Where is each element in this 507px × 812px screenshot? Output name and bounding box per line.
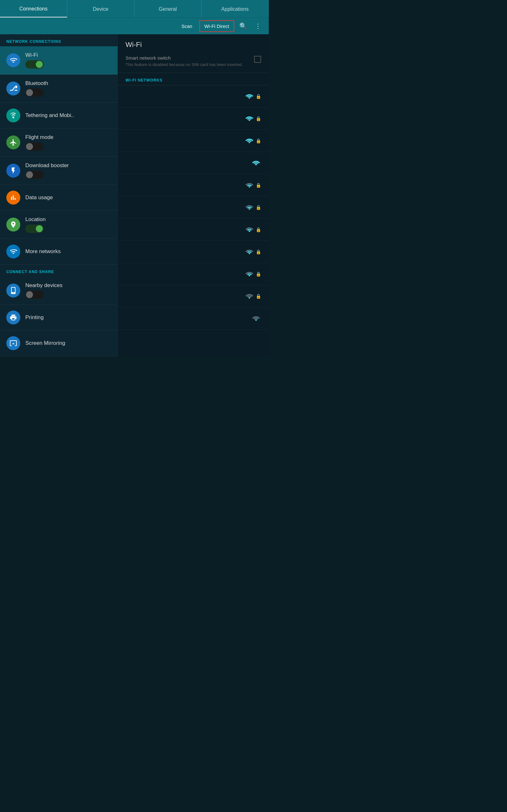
mirroring-icon [9, 339, 17, 347]
more-networks-icon-circle [6, 245, 20, 258]
location-toggle[interactable] [25, 224, 44, 233]
wifi-signal-icon-4 [251, 159, 261, 167]
more-options-button[interactable]: ⋮ [252, 20, 264, 32]
wifi-network-2[interactable]: 🔒 [118, 107, 269, 130]
location-label: Location [25, 216, 46, 223]
smart-switch-label: Smart network switch [125, 55, 249, 61]
bluetooth-toggle-knob [26, 89, 33, 96]
download-label: Download booster [25, 162, 69, 169]
wifi-signal-container-9: 🔒 [244, 270, 261, 278]
sidebar-item-printing[interactable]: Printing [0, 305, 118, 331]
wifi-signal-container-8: 🔒 [244, 248, 261, 256]
tethering-item-content: Tethering and Mobi.. [25, 112, 74, 119]
sidebar-item-wifi[interactable]: Wi-Fi [0, 46, 118, 74]
lock-icon-2: 🔒 [256, 116, 261, 121]
mirroring-item-content: Screen Mirroring [25, 340, 65, 346]
sidebar-item-more-networks[interactable]: More networks [0, 239, 118, 264]
wifi-signal-icon-2 [244, 114, 255, 123]
wifi-signal-container-5: 🔒 [244, 181, 261, 189]
nearby-toggle[interactable] [25, 291, 44, 299]
printing-icon-circle [6, 310, 20, 324]
wifi-network-11[interactable] [118, 307, 269, 329]
printing-item-content: Printing [25, 314, 44, 321]
lock-icon-5: 🔒 [256, 183, 261, 188]
wifi-direct-button[interactable]: Wi-Fi Direct [199, 20, 234, 32]
wifi-toggle[interactable] [25, 60, 44, 68]
download-icon [9, 167, 17, 174]
download-toggle[interactable] [25, 171, 44, 179]
nearby-label: Nearby devices [25, 282, 62, 289]
wifi-network-8[interactable]: 🔒 [118, 241, 269, 263]
sidebar: NETWORK CONNECTIONS Wi-Fi ⎇ Bluetooth [0, 34, 118, 356]
action-bar: Scan Wi-Fi Direct 🔍 ⋮ [0, 18, 269, 34]
bluetooth-item-content: Bluetooth [25, 80, 48, 97]
wifi-label: Wi-Fi [25, 52, 44, 58]
wifi-networks-header: WI-FI NETWORKS [118, 73, 269, 85]
tab-general[interactable]: General [134, 0, 202, 17]
wifi-network-9[interactable]: 🔒 [118, 263, 269, 285]
wifi-signal-icon-9 [244, 270, 255, 278]
nearby-icon-circle [6, 284, 20, 298]
nearby-toggle-knob [26, 291, 33, 298]
scan-button[interactable]: Scan [177, 21, 196, 32]
wifi-signal-icon-5 [244, 181, 255, 189]
tab-connections[interactable]: Connections [0, 0, 67, 17]
more-networks-item-content: More networks [25, 248, 60, 255]
download-item-content: Download booster [25, 162, 69, 179]
printing-label: Printing [25, 314, 44, 321]
sidebar-item-flight[interactable]: Flight mode [0, 129, 118, 157]
wifi-signal-container-7: 🔒 [244, 225, 261, 234]
wifi-signal-container-2: 🔒 [244, 114, 261, 123]
wifi-signal-container-10: 🔒 [244, 292, 261, 300]
data-item-content: Data usage [25, 194, 53, 201]
search-button[interactable]: 🔍 [237, 20, 250, 32]
wifi-toggle-knob [36, 61, 43, 68]
wifi-network-1[interactable]: 🔒 [118, 85, 269, 107]
mirroring-icon-circle [6, 336, 20, 350]
data-icon-circle [6, 191, 20, 205]
sidebar-item-download[interactable]: Download booster [0, 157, 118, 185]
wifi-signal-icon [244, 92, 255, 101]
sidebar-item-tethering[interactable]: Tethering and Mobi.. [0, 103, 118, 129]
wifi-icon [9, 56, 17, 64]
sidebar-item-location[interactable]: Location [0, 211, 118, 239]
network-connections-header: NETWORK CONNECTIONS [0, 34, 118, 46]
wifi-signal-container-4 [251, 159, 261, 167]
wifi-signal-container-6: 🔒 [244, 203, 261, 212]
wifi-panel-title: Wi-Fi [118, 34, 269, 51]
wifi-network-6[interactable]: 🔒 [118, 196, 269, 218]
wifi-network-7[interactable]: 🔒 [118, 218, 269, 241]
wifi-signal-icon-6 [244, 203, 255, 212]
flight-item-content: Flight mode [25, 134, 54, 151]
sidebar-item-nearby[interactable]: Nearby devices [0, 276, 118, 305]
tab-applications[interactable]: Applications [202, 0, 269, 17]
lock-icon-10: 🔒 [256, 294, 261, 299]
sidebar-item-mirroring[interactable]: Screen Mirroring [0, 331, 118, 356]
smart-switch-checkbox[interactable] [254, 56, 261, 63]
bluetooth-icon-circle: ⎇ [6, 82, 20, 96]
wifi-network-5[interactable]: 🔒 [118, 174, 269, 196]
tethering-label: Tethering and Mobi.. [25, 112, 74, 119]
lock-icon-3: 🔒 [256, 138, 261, 143]
download-icon-circle [6, 164, 20, 177]
smart-switch-text: Smart network switch This feature is dis… [125, 55, 249, 67]
smart-switch-desc: This feature is disabled because no SIM … [125, 62, 249, 67]
smart-switch-row: Smart network switch This feature is dis… [118, 51, 269, 73]
flight-toggle[interactable] [25, 142, 44, 151]
sidebar-item-data[interactable]: Data usage [0, 185, 118, 211]
tab-device[interactable]: Device [67, 0, 134, 17]
data-label: Data usage [25, 194, 53, 201]
wifi-panel: Wi-Fi Smart network switch This feature … [118, 34, 269, 356]
location-icon [9, 221, 17, 229]
flight-label: Flight mode [25, 134, 54, 141]
nearby-icon [9, 287, 17, 294]
wifi-signal-icon-7 [244, 225, 255, 234]
wifi-network-10[interactable]: 🔒 [118, 285, 269, 307]
lock-icon-8: 🔒 [256, 249, 261, 254]
sidebar-item-bluetooth[interactable]: ⎇ Bluetooth [0, 74, 118, 103]
wifi-network-3[interactable]: 🔒 [118, 130, 269, 152]
bluetooth-toggle[interactable] [25, 89, 44, 97]
bluetooth-icon: ⎇ [9, 84, 17, 93]
wifi-network-4[interactable] [118, 152, 269, 174]
more-networks-label: More networks [25, 248, 60, 255]
